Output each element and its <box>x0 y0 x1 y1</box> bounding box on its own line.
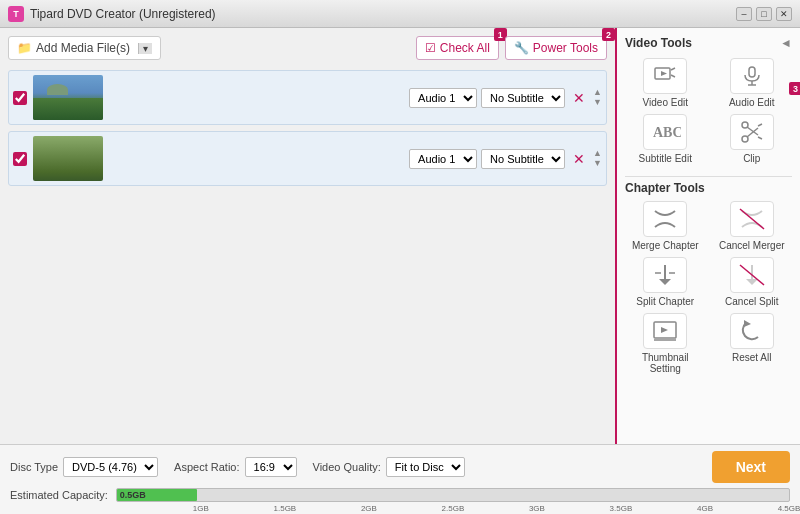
maximize-button[interactable]: □ <box>756 7 772 21</box>
power-tools-label: Power Tools <box>533 41 598 55</box>
media-up-1[interactable]: ▲ <box>593 88 602 97</box>
minimize-button[interactable]: – <box>736 7 752 21</box>
window-controls[interactable]: – □ ✕ <box>736 7 792 21</box>
svg-text:ABC: ABC <box>653 125 681 140</box>
cancel-merger-label: Cancel Merger <box>719 240 785 251</box>
clip-icon <box>740 121 764 143</box>
chapter-tools-grid: Merge Chapter Cancel Merger <box>625 201 792 374</box>
subtitle-select-2[interactable]: No Subtitle <box>481 149 565 169</box>
media-close-2[interactable]: ✕ <box>571 151 587 167</box>
audio-select-2[interactable]: Audio 1 <box>409 149 477 169</box>
cap-tick-4-5gb: 4.5GB <box>778 504 800 513</box>
left-panel: 📁 Add Media File(s) ▾ ☑ Check All 1 🔧 Po… <box>0 28 615 444</box>
subtitle-edit-icon-box: ABC <box>643 114 687 150</box>
media-row-2: Audio 1 No Subtitle ✕ ▲ ▼ <box>8 131 607 186</box>
svg-line-11 <box>747 127 758 135</box>
disc-type-group: Disc Type DVD-5 (4.76) DVD-9 (8.54) <box>10 457 158 477</box>
add-media-label: Add Media File(s) <box>36 41 130 55</box>
aspect-ratio-group: Aspect Ratio: 16:9 4:3 <box>174 457 296 477</box>
reset-all-label: Reset All <box>732 352 771 363</box>
disc-type-select[interactable]: DVD-5 (4.76) DVD-9 (8.54) <box>63 457 158 477</box>
cap-tick-2gb: 2GB <box>361 504 377 513</box>
media-thumb-1 <box>33 75 103 120</box>
svg-line-12 <box>758 124 762 126</box>
power-tools-wrapper: 🔧 Power Tools 2 <box>505 36 607 60</box>
power-tools-badge: 2 <box>602 28 615 41</box>
collapse-panel-button[interactable]: ◄ <box>780 36 792 50</box>
cancel-merger-tool[interactable]: Cancel Merger <box>712 201 793 251</box>
right-panel-header: Video Tools ◄ <box>625 36 792 50</box>
cancel-split-icon <box>738 263 766 287</box>
aspect-ratio-label: Aspect Ratio: <box>174 461 239 473</box>
media-row-2-selects: Audio 1 No Subtitle <box>409 149 565 169</box>
capacity-bar-fill: 0.5GB <box>117 489 198 501</box>
add-icon: 📁 <box>17 41 32 55</box>
cancel-split-icon-box <box>730 257 774 293</box>
check-all-label: Check All <box>440 41 490 55</box>
svg-line-10 <box>747 128 758 137</box>
video-tools-title: Video Tools <box>625 36 692 50</box>
reset-all-icon-box <box>730 313 774 349</box>
thumbnail-setting-icon-box <box>643 313 687 349</box>
next-button[interactable]: Next <box>712 451 790 483</box>
media-checkbox-1[interactable] <box>13 91 27 105</box>
video-edit-tool[interactable]: Video Edit <box>625 58 706 108</box>
video-edit-icon <box>653 65 677 87</box>
add-media-button[interactable]: 📁 Add Media File(s) ▾ <box>8 36 161 60</box>
media-down-2[interactable]: ▼ <box>593 159 602 168</box>
merge-chapter-label: Merge Chapter <box>632 240 699 251</box>
right-panel: Video Tools ◄ Video Edit <box>615 28 800 444</box>
add-media-dropdown-arrow[interactable]: ▾ <box>138 43 152 54</box>
check-all-button[interactable]: ☑ Check All <box>416 36 499 60</box>
thumbnail-setting-label: Thumbnail Setting <box>625 352 706 374</box>
capacity-row: Estimated Capacity: 0.5GB 1GB 1.5GB 2GB … <box>10 488 790 502</box>
audio-select-1[interactable]: Audio 1 <box>409 88 477 108</box>
video-quality-group: Video Quality: Fit to Disc Low Medium Hi… <box>313 457 465 477</box>
cap-tick-1-5gb: 1.5GB <box>274 504 297 513</box>
merge-chapter-icon <box>651 207 679 231</box>
audio-edit-icon <box>740 65 764 87</box>
merge-chapter-tool[interactable]: Merge Chapter <box>625 201 706 251</box>
video-quality-select[interactable]: Fit to Disc Low Medium High <box>386 457 465 477</box>
reset-all-tool[interactable]: Reset All <box>712 313 793 374</box>
cancel-merger-icon <box>738 207 766 231</box>
video-quality-label: Video Quality: <box>313 461 381 473</box>
split-chapter-icon <box>651 263 679 287</box>
capacity-fill-label: 0.5GB <box>120 490 146 500</box>
app-title: Tipard DVD Creator (Unregistered) <box>30 7 736 21</box>
clip-label: Clip <box>743 153 760 164</box>
aspect-ratio-select[interactable]: 16:9 4:3 <box>245 457 297 477</box>
app-icon: T <box>8 6 24 22</box>
audio-edit-label: Audio Edit <box>729 97 775 108</box>
audio-edit-tool[interactable]: Audio Edit <box>712 58 793 108</box>
thumbnail-setting-tool[interactable]: Thumbnail Setting <box>625 313 706 374</box>
media-arrows-1: ▲ ▼ <box>593 88 602 107</box>
split-chapter-tool[interactable]: Split Chapter <box>625 257 706 307</box>
subtitle-edit-icon: ABC <box>649 121 681 143</box>
bottom-bar: Disc Type DVD-5 (4.76) DVD-9 (8.54) Aspe… <box>0 444 800 514</box>
close-button[interactable]: ✕ <box>776 7 792 21</box>
svg-marker-1 <box>661 71 667 76</box>
media-checkbox-2[interactable] <box>13 152 27 166</box>
check-all-wrapper: ☑ Check All 1 <box>416 36 499 60</box>
subtitle-select-1[interactable]: No Subtitle <box>481 88 565 108</box>
svg-rect-4 <box>749 67 755 77</box>
subtitle-edit-tool[interactable]: ABC Subtitle Edit <box>625 114 706 164</box>
cancel-split-tool[interactable]: Cancel Split <box>712 257 793 307</box>
video-edit-icon-box <box>643 58 687 94</box>
power-tools-button[interactable]: 🔧 Power Tools <box>505 36 607 60</box>
divider-1 <box>625 176 792 177</box>
audio-edit-icon-box <box>730 58 774 94</box>
media-down-1[interactable]: ▼ <box>593 98 602 107</box>
cap-tick-3gb: 3GB <box>529 504 545 513</box>
main-container: 📁 Add Media File(s) ▾ ☑ Check All 1 🔧 Po… <box>0 28 800 444</box>
cap-tick-2-5gb: 2.5GB <box>442 504 465 513</box>
svg-line-2 <box>671 68 675 70</box>
cap-tick-3-5gb: 3.5GB <box>610 504 633 513</box>
media-close-1[interactable]: ✕ <box>571 90 587 106</box>
right-panel-badge: 3 <box>789 82 800 95</box>
media-up-2[interactable]: ▲ <box>593 149 602 158</box>
clip-icon-box <box>730 114 774 150</box>
svg-marker-16 <box>659 279 671 285</box>
clip-tool[interactable]: Clip <box>712 114 793 164</box>
